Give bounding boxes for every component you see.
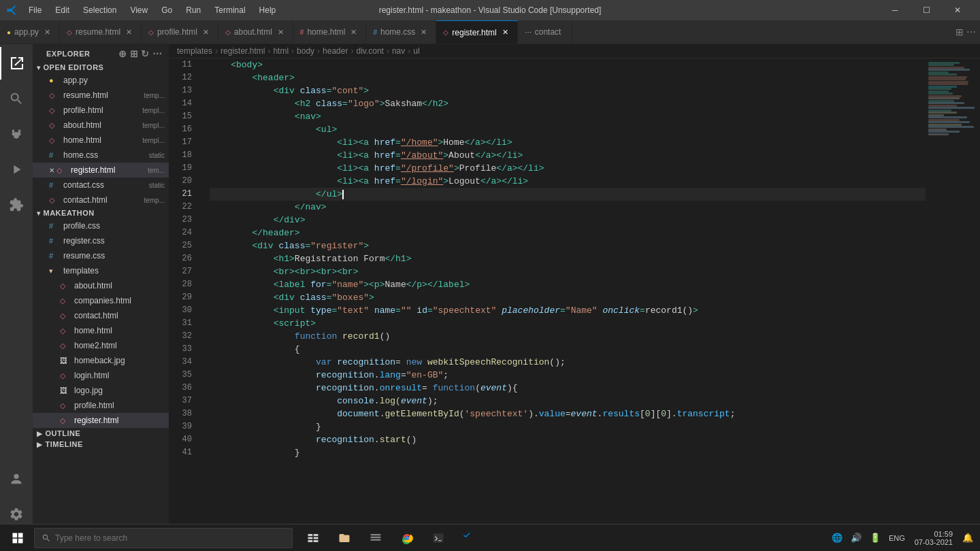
- extensions-activity-icon[interactable]: [0, 188, 33, 221]
- system-clock[interactable]: 01:59 07-03-2021: [911, 530, 957, 546]
- source-control-activity-icon[interactable]: [0, 118, 33, 150]
- taskbar-app-task-view[interactable]: [298, 524, 328, 552]
- menu-help[interactable]: Help: [254, 5, 282, 15]
- sidebar-file-app-py[interactable]: ● app.py: [33, 73, 169, 88]
- sidebar-file-home-html[interactable]: ◇ home.html templ...: [33, 133, 169, 148]
- code-content[interactable]: <body> <header> <div class="cont">: [203, 59, 926, 536]
- sidebar-file-resume-html[interactable]: ◇ resume.html temp...: [33, 88, 169, 103]
- sidebar-file-logo-jpg[interactable]: 🖼 logo.jpg: [33, 383, 169, 398]
- tab-register-html[interactable]: ◇ register.html ✕: [436, 20, 517, 44]
- minimize-button[interactable]: ─: [879, 0, 911, 20]
- sidebar-file-profile-html[interactable]: ◇ profile.html templ...: [33, 103, 169, 118]
- breadcrumb-templates[interactable]: templates: [177, 46, 212, 56]
- code-line-14: <h2 class="logo">Saksham</h2>: [210, 97, 926, 110]
- menu-run[interactable]: Run: [180, 5, 206, 15]
- menu-selection[interactable]: Selection: [78, 5, 122, 15]
- sidebar-file-home-css[interactable]: # home.css static: [33, 148, 169, 163]
- taskbar-search-input[interactable]: [55, 533, 285, 543]
- line-33: 33: [169, 343, 199, 356]
- tab-resume-html[interactable]: ◇ resume.html ✕: [60, 20, 142, 44]
- menu-view[interactable]: View: [125, 5, 153, 15]
- tab-close-about-html[interactable]: ✕: [276, 27, 286, 37]
- close-icon-register[interactable]: ✕: [49, 167, 54, 174]
- breadcrumb-div-cont[interactable]: div.cont: [356, 46, 383, 56]
- explorer-activity-icon[interactable]: [0, 47, 33, 80]
- breadcrumb-ul[interactable]: ul: [413, 46, 419, 56]
- tab-contact[interactable]: ⋯ contact: [518, 20, 572, 44]
- breadcrumb-register-html[interactable]: register.html: [220, 46, 265, 56]
- sidebar-file-contact-css[interactable]: # contact.css static: [33, 178, 169, 193]
- tab-close-register-html[interactable]: ✕: [500, 27, 510, 37]
- breadcrumb-html[interactable]: html: [273, 46, 289, 56]
- sidebar-file-register-html-t[interactable]: ◇ register.html: [33, 413, 169, 428]
- sidebar-file-contact-html-t[interactable]: ◇ contact.html: [33, 308, 169, 323]
- menu-go[interactable]: Go: [156, 5, 178, 15]
- open-editors-section[interactable]: ▾ Open Editors: [33, 62, 169, 73]
- breadcrumb-body[interactable]: body: [297, 46, 314, 56]
- tab-close-home-html[interactable]: ✕: [348, 27, 359, 37]
- file-icon-resume-html: ◇: [49, 91, 60, 100]
- taskbar-app-chrome[interactable]: [392, 524, 422, 552]
- menu-terminal[interactable]: Terminal: [209, 5, 250, 15]
- line-35: 35: [169, 369, 199, 382]
- run-debug-activity-icon[interactable]: [0, 153, 33, 186]
- search-activity-icon[interactable]: [0, 82, 33, 115]
- breadcrumb-nav[interactable]: nav: [392, 46, 405, 56]
- outline-section[interactable]: ▶ Outline: [33, 428, 169, 439]
- tab-icon-home-css: #: [373, 29, 377, 36]
- tab-close-profile-html[interactable]: ✕: [201, 27, 211, 37]
- sidebar-file-home-html-t[interactable]: ◇ home.html: [33, 323, 169, 338]
- tab-close-resume-html[interactable]: ✕: [124, 27, 134, 37]
- sidebar-file-home2-html[interactable]: ◇ home2.html: [33, 338, 169, 353]
- menu-edit[interactable]: Edit: [50, 5, 75, 15]
- taskbar-app-terminal[interactable]: [423, 524, 453, 552]
- sidebar-file-register-html[interactable]: ✕ ◇ register.html tem...: [33, 163, 169, 178]
- tray-network-icon[interactable]: 🌐: [829, 533, 845, 543]
- tab-home-css[interactable]: # home.css ✕: [366, 20, 436, 44]
- taskbar-app-explorer[interactable]: [329, 524, 359, 552]
- avatar-icon[interactable]: [0, 463, 33, 495]
- tray-lang-icon[interactable]: ENG: [886, 534, 908, 542]
- sidebar-file-contact-html[interactable]: ◇ contact.html temp...: [33, 193, 169, 207]
- start-button[interactable]: [4, 524, 31, 552]
- taskbar-search[interactable]: [34, 528, 293, 548]
- code-editor[interactable]: 11 12 13 14 15 16 17 18 19 20 21 22 23 2…: [169, 59, 980, 536]
- split-editor-button[interactable]: ⊞: [956, 27, 964, 37]
- tab-app-py[interactable]: ● app.py ✕: [0, 20, 60, 44]
- sidebar-file-companies-html[interactable]: ◇ companies.html: [33, 293, 169, 308]
- tray-battery-icon[interactable]: 🔋: [867, 533, 883, 543]
- sidebar-file-resume-css[interactable]: # resume.css: [33, 248, 169, 263]
- new-folder-button[interactable]: ⊞: [130, 48, 139, 59]
- menu-file[interactable]: File: [23, 5, 47, 15]
- sidebar-file-profile-css[interactable]: # profile.css: [33, 218, 169, 233]
- tab-close-app-py[interactable]: ✕: [42, 27, 52, 37]
- file-badge-contact-html: temp...: [144, 197, 165, 204]
- new-file-button[interactable]: ⊕: [118, 48, 127, 59]
- tray-notification-icon[interactable]: 🔔: [960, 533, 976, 543]
- makeathon-section[interactable]: ▾ Makeathon: [33, 207, 169, 218]
- sidebar-file-about-html[interactable]: ◇ about.html templ...: [33, 118, 169, 133]
- sidebar-file-login-html[interactable]: ◇ login.html: [33, 368, 169, 383]
- tab-close-home-css[interactable]: ✕: [419, 27, 429, 37]
- taskbar-app-vscode[interactable]: [455, 524, 485, 552]
- sidebar-file-register-css[interactable]: # register.css: [33, 233, 169, 248]
- sidebar-file-homeback-jpg[interactable]: 🖼 homeback.jpg: [33, 353, 169, 368]
- close-button[interactable]: ✕: [942, 0, 973, 20]
- collapse-all-button[interactable]: ⋯: [152, 48, 163, 59]
- breadcrumb-header[interactable]: header: [323, 46, 348, 56]
- tab-home-html[interactable]: # home.html ✕: [293, 20, 367, 44]
- sidebar-folder-templates[interactable]: ▾ templates: [33, 263, 169, 278]
- tab-profile-html[interactable]: ◇ profile.html ✕: [142, 20, 218, 44]
- more-tabs-button[interactable]: ⋯: [966, 27, 976, 37]
- sidebar-file-profile-html-t[interactable]: ◇ profile.html: [33, 398, 169, 413]
- taskbar-app-taskbar-icon[interactable]: [361, 524, 391, 552]
- maximize-button[interactable]: ☐: [911, 0, 942, 20]
- file-badge-contact-css: static: [149, 182, 165, 189]
- tray-volume-icon[interactable]: 🔊: [848, 533, 864, 543]
- code-line-29: <div class="boxes">: [210, 291, 926, 304]
- timeline-section[interactable]: ▶ Timeline: [33, 439, 169, 450]
- line-22: 22: [169, 201, 199, 214]
- sidebar-file-about-html-t[interactable]: ◇ about.html: [33, 278, 169, 293]
- refresh-button[interactable]: ↻: [141, 48, 150, 59]
- tab-about-html[interactable]: ◇ about.html ✕: [218, 20, 293, 44]
